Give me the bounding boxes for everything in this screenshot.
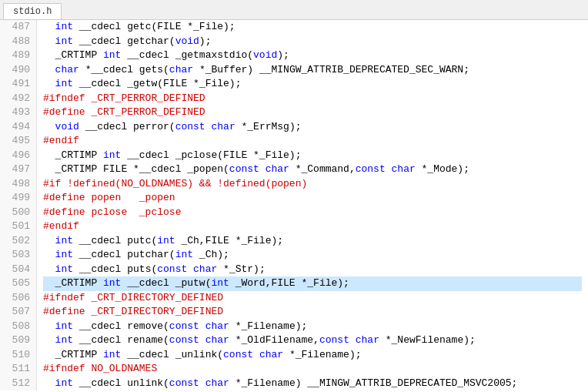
code-area: 4874884894904914924934944954964974984995… [0,20,588,390]
code-token: const [223,349,253,360]
code-token [43,64,55,75]
code-token: __cdecl unlink( [73,377,169,389]
code-token: __cdecl putchar( [73,249,175,260]
code-token: _CRTIMP FILE *__cdecl _popen( [43,163,229,175]
code-token: _CRTIMP [43,277,103,289]
code-token [199,320,205,332]
line-number: 493 [6,106,30,120]
code-token [253,349,259,360]
code-token: #ifndef _CRT_DIRECTORY_DEFINED [43,292,223,303]
code-line: #ifndef NO_OLDNAMES [43,362,582,377]
code-line: #endif [43,134,582,149]
code-line: int __cdecl putchar(int _Ch); [43,248,582,263]
code-line: int __cdecl puts(const char *_Str); [43,263,582,277]
code-token: int [55,320,73,332]
code-token: int [55,249,73,260]
code-token: const [157,263,187,275]
code-token: const [175,121,205,132]
line-number: 492 [6,92,30,106]
code-token: *_Command, [289,163,356,175]
editor-container: stdio.h 48748848949049149249349449549649… [0,0,588,390]
code-token: char [211,121,235,132]
code-token: __cdecl _getw(FILE *_File); [73,78,241,89]
code-token: int [55,334,73,346]
code-token [43,320,55,332]
code-token: #if !defined(NO_OLDNAMES) && !defined(po… [43,178,307,189]
code-token: char [205,334,229,346]
code-token: int [55,78,73,89]
code-token: __cdecl rename( [73,334,169,346]
code-token: _CRTIMP [43,49,103,61]
line-number: 506 [6,291,30,306]
code-token: char [55,64,79,75]
line-number: 496 [6,149,30,163]
line-number: 512 [6,377,30,391]
code-token: _Ch,FILE *_File); [175,235,283,246]
code-token: int [55,263,73,275]
code-token: char [193,263,217,275]
code-token: int [103,49,121,61]
code-token: void [55,121,79,132]
code-token: int [55,235,73,246]
code-token [43,249,55,260]
file-tab[interactable]: stdio.h [3,3,62,19]
code-line: #define popen _popen [43,191,582,206]
code-token: int [55,377,73,389]
line-number: 503 [6,248,30,263]
code-line: int __cdecl remove(const char *_Filename… [43,320,582,334]
code-line: _CRTIMP int __cdecl _pclose(FILE *_File)… [43,149,582,163]
code-token: const [169,320,199,332]
code-token: ); [277,49,289,61]
code-line: int __cdecl getchar(void); [43,35,582,49]
code-token: *__cdecl gets( [79,64,169,75]
code-line: #ifndef _CRT_DIRECTORY_DEFINED [43,291,582,306]
code-token: *_Filename) __MINGW_ATTRIB_DEPRECATED_MS… [229,377,517,389]
line-numbers: 4874884894904914924934944954964974984995… [0,20,37,390]
code-line: _CRTIMP int __cdecl _putw(int _Word,FILE… [43,276,582,291]
code-line: #ifndef _CRT_PERROR_DEFINED [43,92,582,106]
code-line: void __cdecl perror(const char *_ErrMsg)… [43,120,582,135]
code-token [187,263,193,275]
code-token: #define _CRT_DIRECTORY_DEFINED [43,306,223,317]
code-token: *_Filename); [229,320,307,332]
code-token: __cdecl puts( [73,263,157,275]
code-line: #define _CRT_DIRECTORY_DEFINED [43,305,582,320]
code-token: const [169,334,199,346]
code-line: int __cdecl getc(FILE *_File); [43,20,582,35]
code-token: char [205,320,229,332]
line-number: 495 [6,134,30,149]
code-token [259,163,266,175]
code-token: int [55,35,73,47]
code-token: _Ch); [193,249,229,260]
code-token: int [175,249,193,260]
line-number: 491 [6,77,30,92]
code-token: const [356,163,386,175]
code-token: __cdecl _pclose(FILE *_File); [121,149,301,161]
line-number: 508 [6,320,30,334]
line-number: 500 [6,206,30,220]
line-number: 501 [6,219,30,234]
code-token: *_NewFilename); [379,334,476,346]
code-token: *_Mode); [416,163,469,175]
code-token: const [169,377,199,389]
code-token [43,377,55,389]
line-number: 505 [6,276,30,291]
code-token: const [319,334,349,346]
code-token [43,35,55,47]
code-token: int [55,21,73,32]
code-token: _CRTIMP [43,349,103,360]
code-token: *_ErrMsg); [236,121,302,132]
code-line: int __cdecl _getw(FILE *_File); [43,77,582,92]
code-token: char [392,163,416,175]
code-token: char [266,163,289,175]
code-token: __cdecl putc( [73,235,157,246]
code-token: *_Buffer) __MINGW_ATTRIB_DEPRECATED_SEC_… [193,64,469,75]
code-line: #if !defined(NO_OLDNAMES) && !defined(po… [43,177,582,192]
line-number: 488 [6,35,30,49]
code-token: _CRTIMP [43,149,103,161]
code-token: #define _CRT_PERROR_DEFINED [43,106,205,118]
code-token [43,263,55,275]
code-token: #endif [43,135,79,146]
line-number: 507 [6,305,30,320]
code-line: #define pclose _pclose [43,206,582,220]
